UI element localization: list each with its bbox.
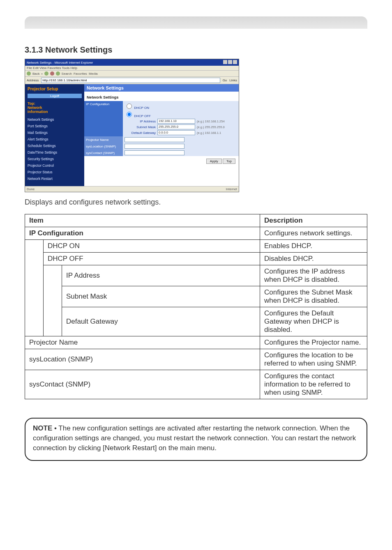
sysloc-label: sysLocation (SNMP) [84, 143, 123, 150]
ipcfg-label: IP Configuration [84, 101, 123, 136]
sidebar-netinfo2[interactable]: Information [28, 110, 82, 114]
subnet-example: (e.g.) 255.255.255.0 [197, 125, 225, 129]
sysloc-input[interactable] [125, 144, 184, 149]
window-buttons[interactable] [222, 60, 237, 65]
sidebar-item[interactable]: Projector Status [28, 169, 82, 175]
cell-ipconfig: IP Configuration [25, 227, 260, 240]
window-title: Network Settings - Microsoft Internet Ex… [27, 61, 93, 64]
main-title: Network Settings [84, 84, 239, 92]
screenshot-window: Network Settings - Microsoft Internet Ex… [25, 59, 239, 192]
status-done: Done [27, 187, 35, 191]
ip-label: IP Address [125, 120, 157, 123]
config-form: IP Configuration DHCP ON DHCP OFF IP Add… [84, 101, 239, 156]
cell-sysloc-desc: Configures the location to be referred t… [260, 349, 367, 370]
note-label: NOTE [33, 424, 52, 432]
sidebar-item[interactable]: Date/Time Settings [28, 149, 82, 156]
media-label[interactable]: Media [89, 72, 98, 76]
cell-ipconfig-desc: Configures network settings. [260, 227, 367, 240]
gateway-label: Default Gateway [125, 131, 157, 135]
cell-sysloc: sysLocation (SNMP) [25, 349, 260, 370]
address-input[interactable] [41, 78, 220, 83]
cell-subnet: Subnet Mask [62, 286, 260, 307]
browser-toolbar[interactable]: Back • Search Favorites Media [25, 71, 239, 77]
menubar[interactable]: File Edit View Favorites Tools Help [25, 66, 239, 71]
th-item: Item [25, 214, 260, 227]
apply-button[interactable]: Apply [206, 159, 222, 164]
sidebar-top-label: Top: [28, 101, 82, 106]
header-bar [25, 16, 367, 29]
cell-dhcpon-desc: Enables DHCP. [260, 240, 367, 253]
cell-gateway-desc: Configures the Default Gateway when DHCP… [260, 307, 367, 336]
dhcp-on-radio[interactable] [127, 104, 132, 109]
dhcp-on-label: DHCP ON [134, 106, 149, 110]
settings-table: Item Description IP Configuration Config… [25, 214, 367, 399]
sidebar-netinfo1[interactable]: Network [28, 106, 82, 110]
status-internet: Internet [226, 187, 237, 191]
sidebar-item[interactable]: Security Settings [28, 156, 82, 162]
section-description: Displays and configures network settings… [25, 198, 367, 207]
cell-dhcpoff: DHCP OFF [44, 253, 260, 265]
sidebar-item[interactable]: Projector Control [28, 162, 82, 169]
note-text: • The new configuration settings are act… [33, 424, 356, 452]
subnet-label: Subnet Mask [125, 125, 157, 129]
cell-indent1 [25, 240, 44, 336]
sidebar-item[interactable]: Alert Settings [28, 136, 82, 143]
main-panel: Network Settings Network Settings IP Con… [84, 84, 239, 186]
th-description: Description [260, 214, 367, 227]
sidebar-item[interactable]: Network Settings [28, 116, 82, 123]
stop-icon[interactable] [50, 71, 54, 76]
cell-dhcpoff-desc: Disables DHCP. [260, 253, 367, 265]
main-subtitle: Network Settings [84, 92, 239, 101]
cell-ipaddr: IP Address [62, 265, 260, 286]
ip-input[interactable]: 192.168.1.10 [157, 119, 195, 124]
address-bar: Address Go Links [25, 77, 239, 84]
dhcp-off-label: DHCP OFF [134, 114, 151, 118]
cell-pjname-desc: Configures the Projector name. [260, 336, 367, 349]
back-icon[interactable] [27, 71, 31, 76]
sidebar-item[interactable]: Schedule Settings [28, 143, 82, 149]
syscon-label: sysContact (SNMP) [84, 150, 123, 156]
pjname-label: Projector Name [84, 136, 123, 143]
go-button[interactable]: Go [223, 78, 227, 82]
subnet-input[interactable]: 255.255.255.0 [157, 124, 195, 129]
address-label: Address [27, 78, 39, 82]
refresh-icon[interactable] [56, 71, 60, 76]
top-button[interactable]: Top [223, 159, 235, 164]
note-box: NOTE • The new configuration settings ar… [25, 418, 367, 461]
status-bar: Done Internet [25, 186, 239, 192]
sidebar: Projector Setup Logoff Top: Network Info… [25, 84, 84, 186]
cell-gateway: Default Gateway [62, 307, 260, 336]
sidebar-item[interactable]: Network Restart [28, 175, 82, 182]
links-label[interactable]: Links [229, 78, 237, 82]
back-label[interactable]: Back [32, 72, 40, 76]
window-titlebar: Network Settings - Microsoft Internet Ex… [25, 59, 239, 66]
pjname-input[interactable] [125, 137, 184, 142]
cell-pjname: Projector Name [25, 336, 260, 349]
gateway-example: (e.g.) 192.168.1.1 [197, 131, 221, 135]
ip-example: (e.g.) 192.168.1.254 [197, 120, 225, 123]
cell-ipaddr-desc: Configures the IP address when DHCP is d… [260, 265, 367, 286]
nav-icon[interactable] [44, 71, 48, 76]
logoff-button[interactable]: Logoff [28, 94, 82, 98]
toolbar-sep: • [42, 72, 43, 76]
favorites-label[interactable]: Favorites [74, 72, 87, 76]
gateway-input[interactable]: 0.0.0.0 [157, 130, 195, 135]
sidebar-item[interactable]: Mail Settings [28, 129, 82, 136]
dhcp-off-radio[interactable] [127, 112, 132, 117]
section-heading: 3.1.3 Network Settings [25, 45, 367, 55]
cell-syscon-desc: Configures the contact information to be… [260, 370, 367, 399]
sidebar-item[interactable]: Port Settings [28, 123, 82, 129]
cell-syscon: sysContact (SNMP) [25, 370, 260, 399]
sidebar-title: Projector Setup [28, 87, 82, 91]
search-label[interactable]: Search [62, 72, 72, 76]
syscon-input[interactable] [125, 150, 184, 155]
cell-dhcpon: DHCP ON [44, 240, 260, 253]
cell-subnet-desc: Configures the Subnet Mask when DHCP is … [260, 286, 367, 307]
cell-indent2 [44, 265, 62, 336]
